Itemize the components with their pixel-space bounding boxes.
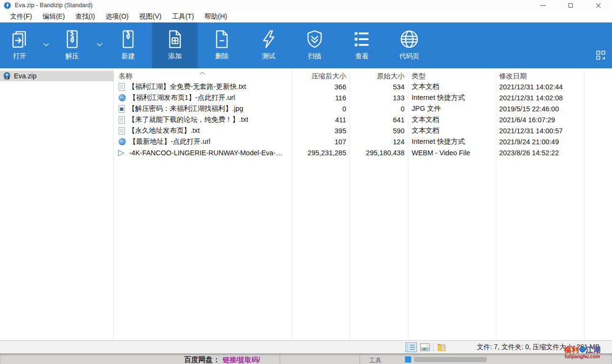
baidu-pan-link[interactable]: 链接/提取码/ xyxy=(223,356,260,364)
new-archive-button[interactable]: 新建 xyxy=(113,22,143,68)
main-content: ZIP Eva.zip 名称 压缩后大小 原始大小 类型 修改日期 【福利江湖】… xyxy=(0,68,612,340)
file-rows: 【福利江湖】全免费-无套路-更新快.txt 366 534 文本文档 2021/… xyxy=(115,81,612,158)
file-name: 【永久地址发布页】.txt xyxy=(128,126,200,135)
delete-button[interactable]: 删除 xyxy=(207,22,237,68)
zip-archive-icon: ZIP xyxy=(3,72,11,80)
file-compressed-size: 116 xyxy=(292,94,350,102)
file-type: 文本文档 xyxy=(408,115,496,124)
extract-button[interactable]: 解压 xyxy=(57,22,87,68)
menu-file[interactable]: 文件(F) xyxy=(5,11,37,22)
baidu-pan-label: 百度网盘： xyxy=(184,355,220,364)
file-original-size: 0 xyxy=(350,105,408,113)
file-modified-date: 2021/12/31 14:02:44 xyxy=(496,83,584,91)
table-row[interactable]: 【解压密码：来福利江湖找福利】.jpg 0 0 JPG 文件 2019/5/15… xyxy=(115,103,612,114)
toolbar-customize-icon[interactable] xyxy=(596,50,606,61)
close-button[interactable] xyxy=(584,0,612,11)
table-row[interactable]: 【福利江湖发布页1】-点此打开.url 116 133 Internet 快捷方… xyxy=(115,92,612,103)
file-list: 名称 压缩后大小 原始大小 类型 修改日期 【福利江湖】全免费-无套路-更新快.… xyxy=(115,68,612,340)
file-modified-date: 2023/8/26 14:52:22 xyxy=(496,149,584,157)
column-header-original[interactable]: 原始大小 xyxy=(350,72,408,81)
file-name: 【最新地址】-点此打开.url xyxy=(129,137,210,146)
menu-bar: 文件(F) 编辑(E) 查找(I) 选项(O) 视图(V) 工具(T) 帮助(H… xyxy=(0,11,612,22)
minimize-button[interactable] xyxy=(529,0,557,11)
extract-icon xyxy=(62,29,83,50)
archive-tree-panel: ZIP Eva.zip xyxy=(0,68,114,340)
file-type-icon xyxy=(119,127,125,135)
sidebar-item-archive[interactable]: ZIP Eva.zip xyxy=(0,71,114,81)
file-compressed-size: 411 xyxy=(292,116,350,124)
status-bar: 文件: 7, 文件夹: 0, 压缩文件大小: 281 MB xyxy=(0,340,612,353)
image-preview-icon[interactable] xyxy=(420,343,430,351)
file-type: Internet 快捷方式 xyxy=(408,137,496,146)
title-bar: Eva.zip - Bandizip (Standard) xyxy=(0,0,612,11)
scan-button[interactable]: 扫描 xyxy=(299,22,330,68)
file-compressed-size: 295,231,285 xyxy=(292,149,350,157)
menu-tools[interactable]: 工具(T) xyxy=(167,11,199,22)
file-name: 【解压密码：来福利江湖找福利】.jpg xyxy=(128,104,243,113)
file-original-size: 295,180,438 xyxy=(350,149,408,157)
test-button[interactable]: 测试 xyxy=(253,22,284,68)
table-row[interactable]: 【来了就能下载的论坛，纯免费！】.txt 411 641 文本文档 2021/6… xyxy=(115,114,612,125)
blue-square-icon xyxy=(405,356,411,363)
open-button[interactable]: 打开 xyxy=(4,22,35,68)
view-button[interactable]: 查看 xyxy=(347,22,377,68)
sidebar-item-label: Eva.zip xyxy=(14,72,37,80)
column-header-type[interactable]: 类型 xyxy=(408,72,496,81)
archive-folder-icon[interactable] xyxy=(437,343,446,352)
file-type-icon xyxy=(119,94,126,101)
file-type: Internet 快捷方式 xyxy=(408,93,496,102)
codepage-button[interactable]: 代码页 xyxy=(391,22,427,68)
toolbar: 打开 解压 新建 添加 xyxy=(0,22,612,68)
column-header-name[interactable]: 名称 xyxy=(115,72,292,81)
menu-help[interactable]: 帮助(H) xyxy=(199,11,232,22)
file-name: 【福利江湖发布页1】-点此打开.url xyxy=(129,93,235,102)
file-original-size: 124 xyxy=(350,138,408,146)
file-modified-date: 2021/9/24 21:00:49 xyxy=(496,138,584,146)
file-name: 【福利江湖】全免费-无套路-更新快.txt xyxy=(128,82,246,91)
file-type: 文本文档 xyxy=(408,126,496,135)
file-name: -4K-FANCOO-LINGERIE-RUNWAY-Model-Eva-… xyxy=(129,149,283,157)
delete-file-icon xyxy=(211,29,232,50)
column-header-modified[interactable]: 修改日期 xyxy=(496,72,584,81)
table-row[interactable]: 【福利江湖】全免费-无套路-更新快.txt 366 534 文本文档 2021/… xyxy=(115,81,612,92)
tool-tab-label: 工具 xyxy=(369,356,382,364)
file-original-size: 534 xyxy=(350,83,408,91)
statusbar-divider xyxy=(433,343,434,352)
details-view-icon[interactable] xyxy=(405,343,417,352)
file-type: 文本文档 xyxy=(408,82,496,91)
menu-view[interactable]: 视图(V) xyxy=(134,11,167,22)
table-row[interactable]: 【最新地址】-点此打开.url 107 124 Internet 快捷方式 20… xyxy=(115,136,612,147)
status-summary: 文件: 7, 文件夹: 0, 压缩文件大小: 281 MB xyxy=(477,341,600,353)
file-original-size: 133 xyxy=(350,94,408,102)
file-type-icon xyxy=(119,105,125,113)
new-archive-icon xyxy=(118,29,139,50)
file-modified-date: 2021/6/4 16:07:29 xyxy=(496,116,584,124)
file-type: JPG 文件 xyxy=(408,104,496,113)
file-compressed-size: 107 xyxy=(292,138,350,146)
add-button[interactable]: 添加 xyxy=(160,22,190,68)
strip-divider xyxy=(360,354,360,364)
list-header: 名称 压缩后大小 原始大小 类型 修改日期 xyxy=(115,71,612,81)
shield-scan-icon xyxy=(304,29,325,50)
file-type-icon xyxy=(119,116,125,124)
open-dropdown-chevron[interactable] xyxy=(41,38,51,51)
maximize-button[interactable] xyxy=(557,0,584,11)
lightning-icon xyxy=(258,29,279,50)
gray-progress-bar xyxy=(414,357,487,362)
file-modified-date: 2019/5/15 22:46:00 xyxy=(496,105,584,113)
list-view-icon xyxy=(351,29,372,50)
column-header-compressed[interactable]: 压缩后大小 xyxy=(292,72,350,81)
menu-edit[interactable]: 编辑(E) xyxy=(37,11,70,22)
add-file-icon xyxy=(164,29,186,50)
file-original-size: 590 xyxy=(350,127,408,135)
file-original-size: 641 xyxy=(350,116,408,124)
file-type-icon xyxy=(119,83,125,91)
file-type-icon xyxy=(119,149,126,157)
strip-divider xyxy=(280,354,280,364)
table-row[interactable]: -4K-FANCOO-LINGERIE-RUNWAY-Model-Eva-… 2… xyxy=(115,147,612,158)
menu-find[interactable]: 查找(I) xyxy=(70,11,100,22)
extract-dropdown-chevron[interactable] xyxy=(94,38,105,51)
menu-options[interactable]: 选项(O) xyxy=(100,11,134,22)
background-window-strip: 百度网盘： 链接/提取码/ 工具 xyxy=(0,353,612,364)
table-row[interactable]: 【永久地址发布页】.txt 395 590 文本文档 2021/12/31 14… xyxy=(115,125,612,136)
